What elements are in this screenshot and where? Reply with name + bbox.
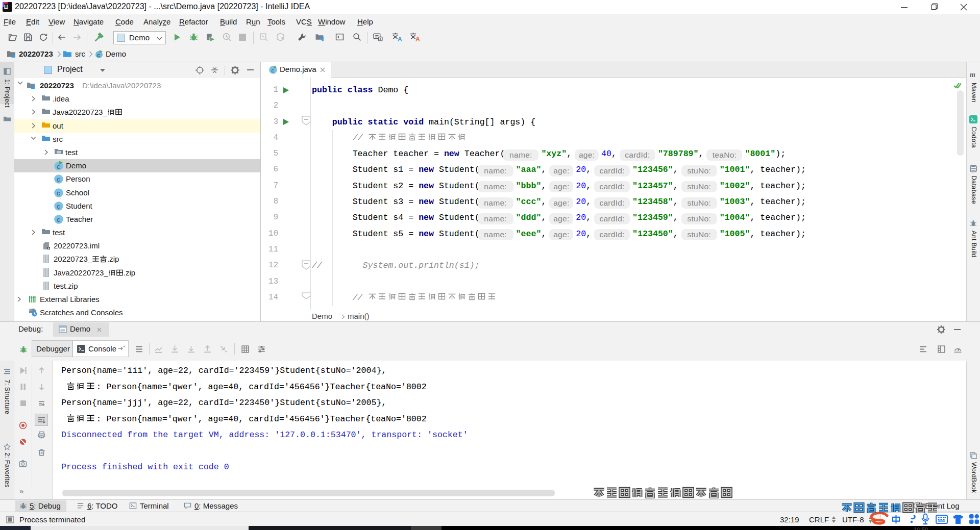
svg-text:m: m <box>970 71 975 79</box>
svg-text:A: A <box>398 36 402 42</box>
svg-text:A: A <box>415 36 420 42</box>
